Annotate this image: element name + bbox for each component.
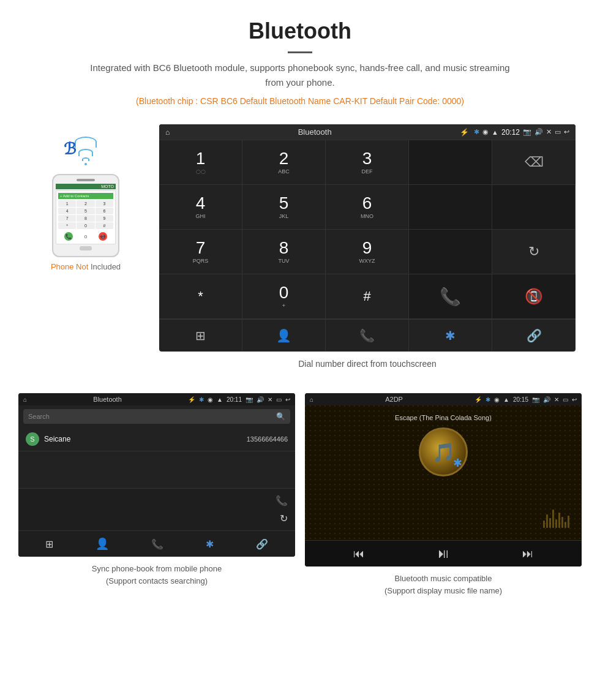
eq-bar-3 [549,518,551,528]
music-home-icon[interactable]: ⌂ [310,396,313,403]
wave-medium [78,149,93,156]
end-call-button[interactable]: 📵 [492,274,576,319]
equalizer-bars [543,510,569,528]
grid-icon[interactable]: ⊞ [159,320,242,352]
phone-contacts-bar: + Add to Contacts [58,193,113,199]
key-9[interactable]: 9WXYZ [326,230,409,274]
phone-key-8[interactable]: 8 [77,215,94,222]
pb-phone-icon[interactable]: 📞 [151,538,163,550]
phone-key-7[interactable]: 7 [58,215,76,222]
home-icon[interactable]: ⌂ [165,128,170,137]
page-header: Bluetooth Integrated with BC6 Bluetooth … [0,0,600,112]
phone-key-6[interactable]: 6 [96,208,113,214]
music-rect-icon[interactable]: ▭ [563,396,568,403]
pb-back-icon[interactable]: ↩ [285,396,290,403]
empty-cell-1 [409,185,492,230]
phone-key-5[interactable]: 5 [77,208,94,214]
empty-cell-3 [409,230,492,274]
rect-icon[interactable]: ▭ [555,128,561,136]
music-back-icon[interactable]: ↩ [572,396,577,403]
eq-bar-5 [555,519,557,528]
back-icon[interactable]: ↩ [564,128,569,136]
phone-home-button[interactable] [80,246,92,250]
phone-key-4[interactable]: 4 [58,208,76,214]
pb-bt-icon: ✱ [199,396,204,403]
music-camera-icon[interactable]: 📷 [532,396,539,403]
bluetooth-icon[interactable]: ✱ [409,320,492,352]
phone-key-9[interactable]: 9 [96,215,113,222]
key-2[interactable]: 2ABC [242,140,326,185]
pb-user-icon[interactable]: 👤 [96,537,109,551]
music-body: Escape (The Pina Colada Song) 🎵 ✱ [305,405,582,540]
pb-location-icon: ◉ [208,396,213,403]
pb-grid-icon[interactable]: ⊞ [45,538,53,550]
pb-link-icon[interactable]: 🔗 [256,538,268,550]
key-6[interactable]: 6MNO [326,185,409,230]
play-pause-button[interactable]: ⏯ [437,546,450,562]
car-dial-screen: ⌂ Bluetooth ⚡ ✱ ◉ ▲ 20:12 📷 🔊 ✕ ▭ ↩ [159,124,576,352]
pb-home-icon[interactable]: ⌂ [23,396,27,403]
bt-status-icon: ✱ [474,128,479,136]
phone-top-bar [56,179,116,181]
key-8[interactable]: 8TUV [242,230,326,274]
key-4[interactable]: 4GHI [159,185,242,230]
wifi-waves [75,137,97,165]
eq-bar-1 [543,521,545,528]
phone-end-button[interactable]: 📵 [99,232,107,241]
music-screen: ⌂ A2DP ⚡ ✱ ◉ ▲ 20:15 📷 🔊 ✕ ▭ ↩ [305,393,582,566]
music-volume-icon[interactable]: 🔊 [543,396,550,403]
music-usb-icon: ⚡ [474,396,482,403]
pb-volume-icon[interactable]: 🔊 [257,396,264,403]
phone-bottom-bar: 📞 0 📵 [58,231,113,242]
phone-call-button[interactable]: 📞 [64,232,73,241]
call-button[interactable]: 📞 [409,274,492,319]
phone-included-text: Included [91,262,121,271]
phone-key-0[interactable]: 0 [77,222,94,229]
eq-bar-6 [558,513,560,528]
pb-statusbar: ⌂ Bluetooth ⚡ ✱ ◉ ▲ 20:11 📷 🔊 ✕ ▭ ↩ [18,393,295,405]
wifi-bt-icon: ℬ [75,137,97,168]
key-hash[interactable]: # [326,274,409,319]
camera-icon[interactable]: 📷 [523,128,531,136]
phone-icon[interactable]: 📞 [326,320,409,352]
key-star[interactable]: * [159,274,242,319]
pb-close-icon[interactable]: ✕ [268,396,272,403]
close-icon[interactable]: ✕ [546,128,552,136]
backspace-button[interactable]: ⌫ [492,140,576,185]
prev-button[interactable]: ⏮ [353,548,364,560]
pb-search-bar[interactable]: Search 🔍 [23,409,290,424]
key-3[interactable]: 3DEF [326,140,409,185]
music-close-icon[interactable]: ✕ [554,396,559,403]
contact-row[interactable]: S Seicane 13566664466 [18,427,295,451]
pb-refresh-icon[interactable]: ↻ [280,513,288,524]
phone-key-1[interactable]: 1 [58,200,76,207]
music-bt-badge: ✱ [453,456,462,470]
music-caption-line1: Bluetooth music compatible [395,574,492,583]
phone-key-2[interactable]: 2 [77,200,94,207]
contacts-icon[interactable]: 👤 [242,320,326,352]
key-7[interactable]: 7PQRS [159,230,242,274]
car-screen-column: ⌂ Bluetooth ⚡ ✱ ◉ ▲ 20:12 📷 🔊 ✕ ▭ ↩ [159,124,576,381]
pb-rect-icon[interactable]: ▭ [276,396,282,403]
eq-bar-7 [561,517,563,528]
music-controls: ⏮ ⏯ ⏭ [305,540,582,566]
phone-brand: MOTO [56,184,116,189]
page-title: Bluetooth [12,18,588,44]
volume-icon[interactable]: 🔊 [534,128,543,136]
refresh-button[interactable]: ↻ [492,230,576,274]
phone-speaker [77,179,95,181]
phone-key-star[interactable]: * [58,222,76,229]
phone-key-hash[interactable]: # [96,222,113,229]
next-button[interactable]: ⏭ [522,548,533,560]
key-5[interactable]: 5JKL [242,185,326,230]
pb-call-icon[interactable]: 📞 [276,495,288,506]
pb-camera-icon[interactable]: 📷 [246,396,253,403]
pb-bt-bottom-icon[interactable]: ✱ [206,538,214,550]
status-time: 20:12 [501,128,520,137]
music-song-title: Escape (The Pina Colada Song) [395,414,492,421]
phone-key-3[interactable]: 3 [96,200,113,207]
key-1[interactable]: 1◌◌ [159,140,242,185]
search-icon[interactable]: 🔍 [276,412,285,421]
link-icon[interactable]: 🔗 [492,320,576,352]
key-0[interactable]: 0+ [242,274,326,319]
